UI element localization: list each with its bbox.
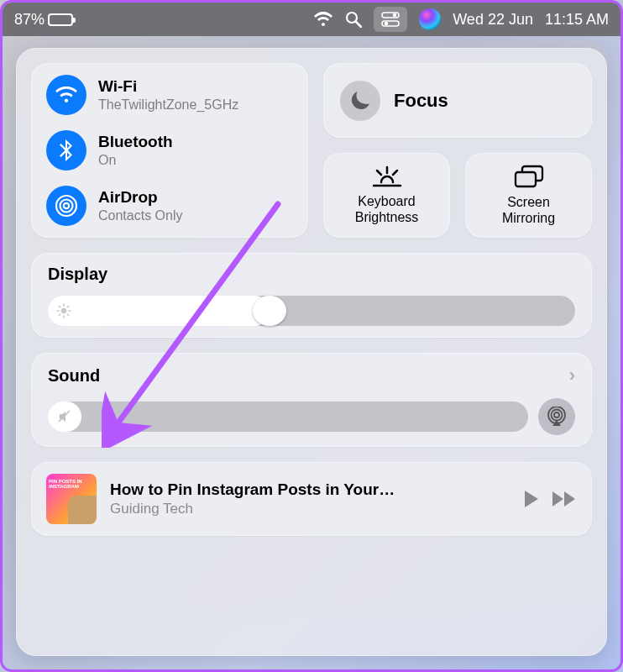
svg-point-15 (61, 308, 66, 313)
now-playing-artwork: PIN POSTS IN INSTAGRAM (46, 474, 97, 524)
airdrop-toggle[interactable]: AirDrop Contacts Only (46, 186, 293, 226)
svg-line-11 (377, 171, 381, 175)
spotlight-icon[interactable] (345, 11, 362, 28)
screen-mirroring-button[interactable]: Screen Mirroring (465, 153, 592, 238)
svg-point-6 (64, 203, 69, 208)
moon-icon (340, 81, 380, 121)
airdrop-subtitle: Contacts Only (98, 208, 182, 223)
speaker-muted-icon (57, 409, 72, 424)
svg-point-26 (552, 410, 563, 421)
sound-title: Sound (48, 366, 100, 386)
keyboard-brightness-label: Keyboard Brightness (355, 194, 419, 225)
keyboard-brightness-icon (370, 165, 404, 187)
battery-icon (48, 13, 73, 26)
wifi-toggle[interactable]: Wi-Fi TheTwilightZone_5GHz (46, 75, 293, 115)
display-title: Display (48, 265, 107, 284)
sun-icon (56, 303, 71, 318)
sound-slider-knob[interactable] (48, 402, 81, 432)
airdrop-icon (46, 186, 86, 226)
wifi-subtitle: TheTwilightZone_5GHz (98, 97, 238, 113)
keyboard-brightness-button[interactable]: Keyboard Brightness (323, 153, 450, 238)
menu-bar: 87% Wed 22 Jun 11:15 AM (3, 3, 620, 36)
connectivity-card: Wi-Fi TheTwilightZone_5GHz Bluetooth On (31, 63, 308, 238)
sound-card: Sound › (31, 353, 592, 447)
display-slider[interactable] (48, 296, 575, 326)
airplay-audio-button[interactable] (538, 398, 575, 435)
svg-line-22 (59, 314, 60, 315)
bluetooth-title: Bluetooth (98, 133, 173, 151)
play-button[interactable] (523, 490, 540, 508)
bluetooth-subtitle: On (98, 153, 173, 168)
svg-line-20 (59, 306, 60, 307)
menubar-date[interactable]: Wed 22 Jun (453, 11, 533, 29)
svg-point-25 (554, 412, 559, 417)
next-track-button[interactable] (552, 491, 577, 507)
svg-line-1 (356, 22, 361, 27)
svg-point-3 (393, 13, 397, 18)
svg-line-12 (393, 171, 397, 175)
svg-line-21 (67, 314, 68, 315)
wifi-icon (46, 75, 86, 115)
control-center-panel: Wi-Fi TheTwilightZone_5GHz Bluetooth On (16, 48, 607, 656)
wifi-menu-icon[interactable] (313, 12, 333, 27)
display-card: Display (31, 253, 592, 338)
battery-indicator[interactable]: 87% (14, 11, 73, 29)
display-slider-knob[interactable] (253, 296, 286, 326)
screen-mirroring-label: Screen Mirroring (502, 195, 555, 226)
airplay-icon (547, 407, 567, 427)
focus-card[interactable]: Focus (323, 63, 592, 138)
now-playing-subtitle: Guiding Tech (110, 501, 510, 517)
svg-line-23 (67, 306, 68, 307)
now-playing-title: How to Pin Instagram Posts in Your… (110, 480, 510, 499)
menubar-time[interactable]: 11:15 AM (545, 11, 609, 29)
control-center-icon[interactable] (374, 7, 407, 32)
battery-percent: 87% (14, 11, 44, 29)
focus-title: Focus (394, 90, 448, 112)
svg-point-7 (60, 200, 73, 213)
now-playing-card[interactable]: PIN POSTS IN INSTAGRAM How to Pin Instag… (31, 462, 592, 536)
siri-icon[interactable] (419, 8, 441, 30)
bluetooth-toggle[interactable]: Bluetooth On (46, 130, 293, 171)
svg-point-5 (385, 22, 389, 26)
airdrop-title: AirDrop (98, 188, 182, 207)
screen-mirroring-icon (514, 165, 544, 188)
svg-rect-14 (516, 172, 536, 186)
bluetooth-icon (46, 130, 86, 171)
wifi-title: Wi-Fi (98, 77, 238, 96)
sound-slider[interactable] (48, 402, 528, 432)
sound-expand-chevron-icon[interactable]: › (569, 365, 575, 386)
